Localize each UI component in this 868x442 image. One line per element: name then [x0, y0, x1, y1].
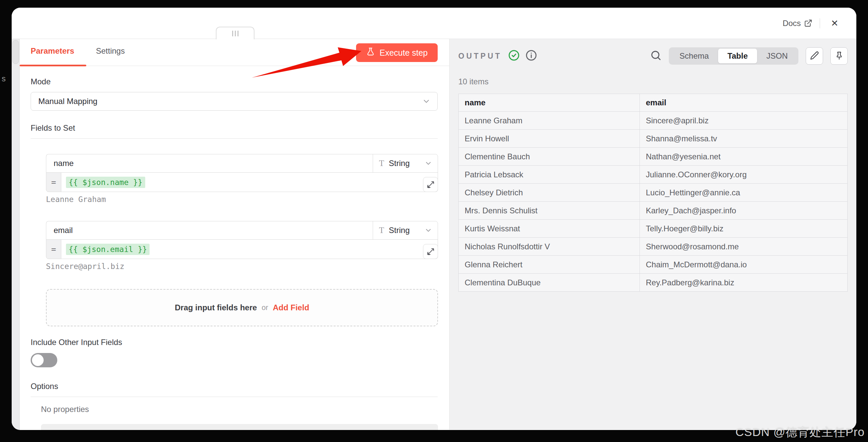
output-panel: OUTPUT [450, 39, 856, 430]
table-row: Glenna Reichert Chaim_McDermott@dana.io [459, 256, 848, 274]
drop-zone-text: Drag input fields here [175, 303, 257, 312]
field-type-select[interactable]: T String [373, 154, 438, 173]
drag-fields-drop-zone[interactable]: Drag input fields here or Add Field [46, 289, 438, 326]
cell-name: Chelsey Dietrich [459, 184, 640, 202]
table-row: Chelsey Dietrich Lucio_Hettinger@annie.c… [459, 184, 848, 202]
pin-data-button[interactable] [830, 47, 848, 65]
watermark-text: CSDN @德育处主任Pro [736, 424, 865, 440]
cell-name: Leanne Graham [459, 112, 640, 130]
edit-output-button[interactable] [806, 47, 823, 65]
chevron-down-icon [424, 159, 432, 167]
add-field-link[interactable]: Add Field [273, 303, 309, 312]
table-row: Clementina DuBuque Rey.Padberg@karina.bi… [459, 274, 848, 292]
cell-email: Julianne.OConner@kory.org [640, 166, 848, 184]
view-schema[interactable]: Schema [670, 49, 718, 63]
expression-equals-icon: = [46, 239, 61, 259]
modal-body: Parameters Settings Execute step [12, 39, 856, 430]
cell-email: Telly.Hoeger@billy.biz [640, 220, 848, 238]
n8n-node-detail-view: s Docs ✕ [0, 0, 868, 442]
expression-chip: {{ $json.email }} [66, 244, 150, 255]
parameters-panel: Parameters Settings Execute step [20, 39, 450, 430]
field-type-value: String [389, 226, 410, 235]
tab-settings[interactable]: Settings [96, 46, 125, 56]
node-settings-modal: Docs ✕ Parameters [12, 8, 856, 430]
docs-link[interactable]: Docs [783, 19, 813, 28]
table-row: Nicholas Runolfsdottir V Sherwood@rosamo… [459, 238, 848, 256]
execute-step-label: Execute step [379, 48, 428, 58]
cell-email: Chaim_McDermott@dana.io [640, 256, 848, 274]
parameters-toolbar: Parameters Settings Execute step [20, 39, 449, 66]
text-type-icon: T [379, 226, 384, 235]
cell-name: Glenna Reichert [459, 256, 640, 274]
external-link-icon [804, 19, 812, 27]
add-option-label: Add option [220, 429, 259, 430]
table-row: Patricia Lebsack Julianne.OConner@kory.o… [459, 166, 848, 184]
cell-email: Rey.Padberg@karina.biz [640, 274, 848, 292]
cell-email: Sincere@april.biz [640, 112, 848, 130]
cell-name: Clementine Bauch [459, 148, 640, 166]
cell-name: Mrs. Dennis Schulist [459, 202, 640, 220]
cell-email: Karley_Dach@jasper.info [640, 202, 848, 220]
input-panel-sliver [12, 39, 20, 430]
expression-chip: {{ $json.name }} [66, 177, 145, 188]
background-canvas-text: s [2, 74, 6, 83]
chevron-down-icon [424, 226, 432, 234]
panel-drag-handle[interactable] [216, 27, 254, 39]
table-row: Leanne Graham Sincere@april.biz [459, 112, 848, 130]
cell-name: Clementina DuBuque [459, 274, 640, 292]
include-other-fields-toggle[interactable] [31, 353, 57, 367]
output-column-header-email[interactable]: email [640, 94, 848, 112]
drop-zone-or: or [261, 303, 268, 312]
close-icon[interactable]: ✕ [827, 17, 842, 30]
table-row: Ervin Howell Shanna@melissa.tv [459, 130, 848, 148]
expression-result-preview: Leanne Graham [46, 195, 438, 204]
output-items-count: 10 items [458, 77, 848, 86]
parameters-content: Mode Manual Mapping Fields to Set name [20, 77, 449, 430]
cell-name: Kurtis Weissnat [459, 220, 640, 238]
execute-step-button[interactable]: Execute step [356, 43, 438, 62]
pin-icon [835, 51, 844, 61]
output-toolbar: OUTPUT [458, 46, 848, 66]
field-group-email: email T String = [46, 221, 438, 271]
options-heading: Options [31, 382, 438, 391]
field-value-expression-input[interactable]: {{ $json.name }} [61, 172, 438, 192]
table-row: Clementine Bauch Nathan@yesenia.net [459, 148, 848, 166]
view-table[interactable]: Table [718, 49, 757, 63]
table-row: Mrs. Dennis Schulist Karley_Dach@jasper.… [459, 202, 848, 220]
field-group-name: name T String = [46, 154, 438, 204]
active-tab-underline [20, 65, 86, 66]
include-other-fields-label: Include Other Input Fields [31, 338, 438, 347]
header-divider [820, 18, 820, 28]
field-name-input[interactable]: email [46, 221, 373, 240]
mode-select[interactable]: Manual Mapping [31, 92, 438, 111]
cell-name: Nicholas Runolfsdottir V [459, 238, 640, 256]
chevron-down-icon [422, 97, 431, 106]
modal-header: Docs ✕ [12, 8, 856, 39]
toggle-knob [32, 354, 43, 366]
cell-email: Shanna@melissa.tv [640, 130, 848, 148]
expand-expression-button[interactable] [423, 244, 438, 259]
tab-parameters[interactable]: Parameters [31, 46, 74, 56]
expression-result-preview: Sincere@april.biz [46, 262, 438, 271]
search-icon[interactable] [650, 50, 661, 62]
add-option-select[interactable]: Add option [41, 424, 438, 430]
success-check-icon [508, 49, 520, 63]
expand-expression-button[interactable] [423, 177, 438, 192]
input-panel-resize-pill[interactable] [12, 40, 19, 64]
drag-handle-icon [232, 31, 233, 36]
cell-email: Nathan@yesenia.net [640, 148, 848, 166]
field-name-input[interactable]: name [46, 154, 373, 173]
field-value-expression-input[interactable]: {{ $json.email }} [61, 239, 438, 259]
mode-value: Manual Mapping [38, 97, 97, 106]
text-type-icon: T [379, 159, 384, 168]
section-divider [31, 397, 438, 397]
field-type-select[interactable]: T String [373, 221, 438, 240]
docs-label: Docs [783, 19, 801, 28]
table-row: Kurtis Weissnat Telly.Hoeger@billy.biz [459, 220, 848, 238]
output-column-header-name[interactable]: name [459, 94, 640, 112]
info-icon[interactable] [525, 49, 537, 63]
view-json[interactable]: JSON [757, 49, 797, 63]
no-properties-text: No properties [41, 405, 438, 414]
chevron-down-icon [422, 429, 431, 430]
output-table: name email Leanne Graham Sincere@april.b… [458, 94, 848, 292]
